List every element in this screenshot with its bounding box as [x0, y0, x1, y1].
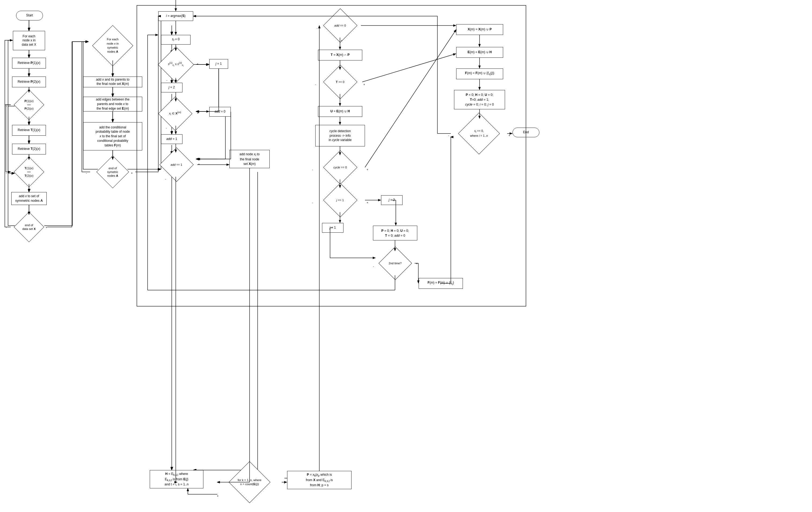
j2-node: j = 2: [161, 83, 182, 92]
diamond-p-minus: -: [6, 104, 7, 107]
xi-xm-minus: -: [166, 126, 167, 130]
diamond-T0-node: T == 0: [318, 70, 362, 94]
xi-xm-plus: +: [197, 111, 199, 115]
diamond-t-minus: -: [6, 171, 7, 174]
flowchart: Start For each node x in data set X Retr…: [0, 0, 812, 512]
j1-top-node: j = 1: [209, 59, 228, 69]
U-em-h-label: U = E(m) ∪ H: [330, 109, 350, 114]
T-xm-p-label: T = X(m) ∩ P: [330, 53, 349, 57]
end-dataset-plus: +: [46, 226, 47, 229]
j2-right-node: j = 2: [381, 195, 403, 205]
Xm-P-node: X(m) = X(m) ∪ P: [456, 24, 503, 35]
add-cpt-label: add the conditionalprobability table of …: [95, 125, 129, 148]
retrieve-t1-node: Retrieve T(1)(x): [12, 125, 46, 136]
diamond-2nd-node: 2nd time?: [376, 251, 414, 275]
F-m-fxi-node: F(m) = F(m) ∪ {fxi}: [418, 278, 463, 289]
add-node-xi-label: add node xi tothe final nodeset X(m): [240, 152, 260, 166]
Fm-fxij-node: F(m) = F(m) ∪ {fxi(j)}: [456, 69, 503, 79]
start-label: Start: [26, 14, 33, 18]
diamond-s-plus: +: [197, 62, 198, 65]
start-node: Start: [16, 11, 43, 20]
P-eq-label: P = xk|xp which isfrom X and Ek,s,t isfr…: [306, 473, 333, 488]
diamond-p-node: P(1)(x)==P(2)(x): [11, 93, 47, 117]
H-eq-node: H = Ek,s,t whereEk,s,t is from E(j)and t…: [150, 470, 203, 488]
j1-bottom-label: j = 1: [329, 226, 336, 230]
H-eq-label: H = Ek,s,t whereEk,s,t is from E(j)and t…: [165, 472, 188, 487]
cycle0-plus: +: [367, 168, 368, 171]
diamond-p-plus: +: [29, 120, 31, 123]
end-label: End: [523, 130, 529, 135]
retrieve-t2-node: Retrieve T(2)(x): [12, 144, 46, 155]
P-eq-node: P = xk|xp which isfrom X and Ek,s,t isfr…: [287, 471, 351, 489]
add1-label: add = 1: [166, 137, 177, 141]
j2-right-label: j = 2: [388, 198, 395, 202]
add0-minus: -: [317, 26, 318, 30]
2nd-minus: -: [373, 265, 374, 268]
for-each-x-label: For each node x in data set X: [22, 34, 36, 47]
retrieve-t2-label: Retrieve T(2)(x): [18, 147, 40, 151]
retrieve-p2-label: Retrieve P(2)(x): [18, 80, 40, 84]
add-symmetric-node: add x to set ofsymmetric nodes A: [11, 192, 47, 205]
Fm-fxij-label: F(m) = F(m) ∪ {fxi(j)}: [465, 71, 494, 77]
reset-big-node: P = 0; H = 0; U = 0;T=0; add = 1;cycle =…: [454, 90, 505, 109]
add-x-parents-label: add x and its parents tothe final node s…: [96, 78, 129, 86]
end-dataset-minus: -: [6, 226, 7, 229]
add-edges-node: add edges between theparents and node x …: [83, 97, 142, 111]
diamond-xi-xm-node: xi ∈ X(m): [154, 102, 196, 126]
Em-H-node: E(m) = E(m) ∪ H: [456, 47, 503, 58]
add0-label: add = 0: [215, 110, 225, 114]
F-m-fxi-label: F(m) = F(m) ∪ {fxi}: [428, 281, 454, 286]
diamond-add1-node: add == 1: [156, 153, 197, 177]
si0-plus: +: [509, 134, 510, 137]
diamond-s-node: s(1)xi ≤ s(2)xi: [156, 51, 196, 78]
diamond-s-minus: -: [166, 78, 168, 82]
cycle-detect-label: cycle detectionprocess -> infoin cycle v…: [329, 129, 351, 142]
retrieve-p1-node: Retrieve P(1)(x): [12, 58, 46, 69]
add-symmetric-label: add x to set ofsymmetric nodes A: [15, 194, 43, 203]
add1-minus: -: [165, 177, 166, 181]
si-0-node: si = 0: [161, 35, 191, 45]
add1-plus: +: [198, 163, 200, 166]
diamond-t-plus: +: [29, 188, 31, 191]
reset-phut-label: P = 0; H = 0; U = 0;T = 0; add = 0: [381, 228, 409, 238]
T0-plus: +: [363, 83, 365, 86]
T-xm-p-node: T = X(m) ∩ P: [318, 50, 362, 60]
i-argmax-node: i = argmax(S): [158, 11, 193, 21]
for-each-x-node: For each node x in data set X: [13, 31, 45, 50]
end-node: End: [513, 128, 539, 137]
retrieve-p2-node: Retrieve P(2)(x): [12, 77, 46, 87]
Xm-P-label: X(m) = X(m) ∪ P: [468, 27, 492, 32]
diamond-t-node: T(1)(x)==T(2)(x): [11, 160, 47, 184]
cycle0-minus: -: [312, 168, 313, 171]
for-k-node: for k = 1..n, wheren = count(E(j)): [218, 470, 282, 494]
diamond-j1-node: j == 1: [315, 188, 365, 212]
cycle-detect-node: cycle detectionprocess -> infoin cycle v…: [315, 125, 365, 146]
j1-plus: +: [367, 201, 368, 204]
add-cpt-node: add the conditionalprobability table of …: [83, 122, 142, 151]
si-0-label: si = 0: [172, 37, 180, 42]
j2-label: j = 2: [169, 85, 175, 90]
end-sym-plus: +: [131, 171, 133, 174]
add-edges-label: add edges between theparents and node x …: [96, 97, 129, 111]
end-symetric-node: end ofsymetricnodes A: [90, 160, 135, 184]
end-sym-minus: -: [86, 171, 87, 174]
diamond-add0-node: add == 0: [319, 14, 361, 37]
fork-plus: +: [217, 494, 219, 497]
add-node-xi-node: add node xi tothe final nodeset X(m): [229, 150, 270, 168]
add1-node: add = 1: [161, 134, 182, 144]
retrieve-t1-label: Retrieve T(1)(x): [18, 128, 40, 132]
j1-bottom-node: j = 1: [322, 223, 344, 233]
j1-minus: -: [312, 201, 313, 204]
add0-node: add = 0: [209, 107, 231, 116]
reset-phut-node: P = 0; H = 0; U = 0;T = 0; add = 0: [373, 226, 417, 240]
i-argmax-label: i = argmax(S): [166, 14, 185, 18]
Em-H-label: E(m) = E(m) ∪ H: [467, 50, 492, 55]
for-each-sym-node: For eachnode x insymetricnodes A: [89, 31, 137, 60]
T0-minus: -: [315, 83, 316, 86]
diamond-si0-node: si == 0,where i = 1..n: [451, 119, 507, 148]
reset-big-label: P = 0; H = 0; U = 0;T=0; add = 1;cycle =…: [465, 92, 494, 107]
diamond-cycle0-node: cycle == 0: [315, 155, 365, 180]
fork-minus: -: [284, 482, 285, 485]
2nd-plus: +: [416, 262, 417, 265]
add0-plus: +: [341, 39, 342, 42]
